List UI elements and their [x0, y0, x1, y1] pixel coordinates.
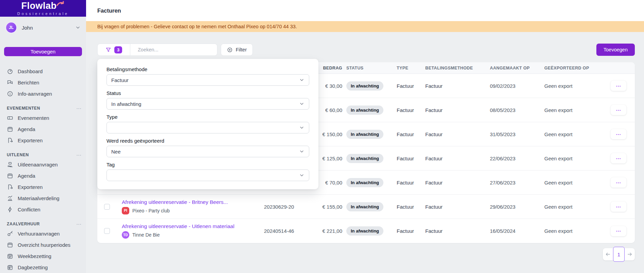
- filter-select-werd-reeds-ge-xporteerd[interactable]: Nee: [106, 146, 309, 157]
- created-date: 16/05/2024: [490, 228, 544, 234]
- sidebar-add-button[interactable]: Toevoegen: [4, 47, 82, 56]
- sidebar-item-berichten[interactable]: Berichten: [0, 77, 86, 88]
- sidebar-item-conflicten[interactable]: Conflicten: [0, 204, 86, 215]
- calendar-day-icon: [7, 264, 13, 271]
- row-actions-button[interactable]: ⋯: [611, 105, 626, 115]
- arrow-left-icon: [605, 251, 611, 257]
- filter-panel: Betalingsmethode Factuur Status In afwac…: [97, 59, 318, 189]
- export-status: Geen export: [544, 83, 602, 89]
- status-badge: In afwachting: [346, 178, 383, 187]
- column-header-status: STATUS: [342, 66, 397, 70]
- invoice-type: Factuur: [397, 204, 425, 210]
- app-window: Flowlab Dossiercentrale JL John Toevoege…: [0, 0, 644, 273]
- filter-field: Tag: [106, 162, 309, 181]
- sidebar-item-info-aanvragen[interactable]: Info-aanvragen: [0, 88, 86, 99]
- row-actions-button[interactable]: ⋯: [611, 202, 626, 212]
- sidebar-item-dagbezetting[interactable]: Dagbezetting: [0, 262, 86, 273]
- filter-select-status[interactable]: In afwachting: [106, 98, 309, 110]
- filter-select-betalingsmethode[interactable]: Factuur: [106, 74, 309, 86]
- sidebar-item-agenda[interactable]: Agenda: [0, 124, 86, 135]
- export-status: Geen export: [544, 204, 602, 210]
- ticket-icon: [7, 115, 13, 121]
- sidebar-section-zaalverhuur: ZAALVERHUUR ⋯ Verhuuraanvragen Overzicht…: [0, 220, 86, 273]
- sidebar-item-uitleenaanvragen[interactable]: Uitleenaanvragen: [0, 159, 86, 170]
- circle-plus-icon: [227, 47, 233, 53]
- row-actions-button[interactable]: ⋯: [611, 81, 626, 91]
- sidebar-item-overzicht-huurperiodes[interactable]: Overzicht huurperiodes: [0, 239, 86, 251]
- gauge-icon: [7, 68, 13, 75]
- sidebar-item-agenda[interactable]: Agenda: [0, 170, 86, 181]
- sidebar-item-materiaalverdeling[interactable]: Materiaalverdeling: [0, 193, 86, 204]
- sidebar-nav-sections: EVENEMENTEN ⋯ Evenementen Agenda Exporte…: [0, 99, 86, 273]
- sidebar-item-label: Exporteren: [18, 184, 43, 190]
- section-menu-button[interactable]: ⋯: [76, 222, 81, 227]
- export-doc-icon: [7, 137, 13, 144]
- avatar: JL: [5, 22, 17, 33]
- sidebar-section-title: UITLENEN: [7, 152, 29, 157]
- chevron-down-icon: [299, 173, 304, 178]
- filter-field-label: Betalingsmethode: [106, 66, 309, 72]
- sidebar-item-exporteren[interactable]: Exporteren: [0, 181, 86, 193]
- org-badge: PI: [122, 207, 129, 214]
- filter-button-label: Filter: [236, 47, 247, 52]
- section-menu-button[interactable]: ⋯: [76, 152, 81, 158]
- sidebar-item-dashboard[interactable]: Dashboard: [0, 66, 86, 77]
- filter-select-tag[interactable]: [106, 170, 309, 181]
- chat-icon: [7, 79, 13, 86]
- row-actions-button[interactable]: ⋯: [611, 177, 626, 188]
- notice-text: Bij vragen of problemen - Gelieve contac…: [97, 24, 297, 29]
- sidebar-item-label: Evenementen: [18, 115, 49, 121]
- chevron-down-icon: [299, 149, 304, 154]
- add-invoice-button[interactable]: Toevoegen: [596, 44, 635, 56]
- org-name: Pixeo - Party club: [132, 208, 170, 213]
- chevron-down-icon: [299, 101, 304, 107]
- sidebar-section-title: ZAALVERHUUR: [7, 222, 40, 226]
- invoice-number: 20230629-20: [259, 204, 308, 210]
- payment-method: Factuur: [425, 180, 490, 186]
- table-row: Afrekening uitleenreservatie - Britney B…: [97, 195, 635, 219]
- sidebar-item-evenementen[interactable]: Evenementen: [0, 112, 86, 124]
- row-checkbox[interactable]: [104, 228, 110, 234]
- sidebar-item-label: Agenda: [18, 173, 35, 179]
- calendar-icon: [7, 242, 13, 248]
- active-filters-button[interactable]: 3: [98, 44, 130, 55]
- filter-select-value: Nee: [111, 149, 121, 155]
- row-actions-button[interactable]: ⋯: [611, 129, 626, 139]
- filter-field: Betalingsmethode Factuur: [106, 66, 309, 86]
- invoice-type: Factuur: [397, 107, 425, 113]
- sidebar-item-exporteren[interactable]: Exporteren: [0, 135, 86, 146]
- sidebar-item-label: Agenda: [18, 126, 35, 132]
- sidebar-item-weekbezetting[interactable]: Weekbezetting: [0, 251, 86, 262]
- invoice-link[interactable]: Afrekening uitleenreservatie - Uitlenen …: [122, 223, 259, 229]
- user-menu[interactable]: JL John: [0, 22, 86, 33]
- filter-button[interactable]: Filter: [221, 44, 253, 56]
- notice-banner: Bij vragen of problemen - Gelieve contac…: [86, 21, 644, 32]
- sidebar-item-label: Conflicten: [18, 207, 40, 212]
- search-input[interactable]: [130, 44, 217, 55]
- created-date: 27/06/2023: [490, 180, 544, 186]
- payment-method: Factuur: [425, 83, 490, 89]
- chart-icon: [7, 195, 13, 202]
- column-header-aangemaakt-op: AANGEMAAKT OP: [490, 66, 544, 70]
- info-icon: [7, 91, 13, 97]
- filter-field-label: Status: [106, 90, 309, 96]
- row-checkbox[interactable]: [104, 204, 110, 210]
- arrow-right-icon: [627, 251, 633, 257]
- section-menu-button[interactable]: ⋯: [76, 106, 81, 111]
- previous-page-button[interactable]: [603, 248, 613, 260]
- sidebar-item-label: Exporteren: [18, 138, 43, 143]
- next-page-button[interactable]: [625, 248, 635, 260]
- row-actions-button[interactable]: ⋯: [611, 226, 626, 236]
- invoice-link[interactable]: Afrekening uitleenreservatie - Britney B…: [122, 199, 259, 205]
- current-page-button[interactable]: 1: [613, 247, 625, 262]
- payment-method: Factuur: [425, 156, 490, 161]
- row-actions-button[interactable]: ⋯: [611, 153, 626, 163]
- created-date: 08/05/2023: [490, 107, 544, 113]
- filter-select-type[interactable]: [106, 122, 309, 133]
- brand-tagline: Dossiercentrale: [17, 12, 69, 16]
- invoice-type: Factuur: [397, 156, 425, 161]
- chevron-down-icon: [75, 25, 81, 30]
- status-badge: In afwachting: [346, 202, 383, 211]
- sidebar-item-verhuuraanvragen[interactable]: Verhuuraanvragen: [0, 228, 86, 239]
- chevron-down-icon: [299, 125, 304, 130]
